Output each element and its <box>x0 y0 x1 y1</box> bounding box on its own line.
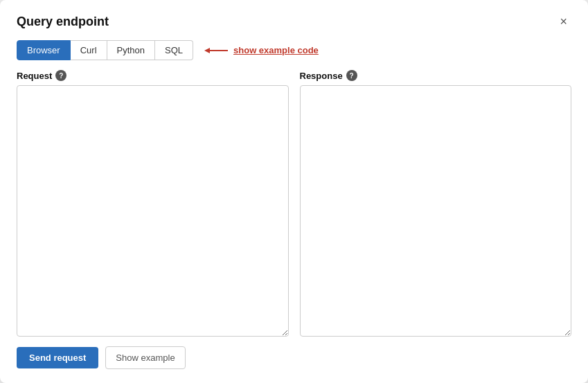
show-example-button[interactable]: Show example <box>105 346 185 369</box>
panels-row: Request ? Response ? <box>17 70 571 337</box>
request-help-icon: ? <box>55 70 66 81</box>
arrow-icon <box>203 45 229 56</box>
response-textarea[interactable] <box>300 85 572 337</box>
modal-footer: Send request Show example <box>17 346 571 369</box>
response-help-icon: ? <box>346 70 357 81</box>
query-endpoint-modal: Query endpoint × Browser Curl Python SQL… <box>0 0 588 383</box>
request-textarea[interactable] <box>17 85 289 337</box>
send-request-button[interactable]: Send request <box>17 347 98 368</box>
tab-curl[interactable]: Curl <box>71 40 107 60</box>
tab-python[interactable]: Python <box>107 40 155 60</box>
modal-overlay: Query endpoint × Browser Curl Python SQL… <box>0 0 588 383</box>
request-label: Request ? <box>17 70 289 81</box>
response-panel: Response ? <box>300 70 572 337</box>
close-button[interactable]: × <box>555 14 571 29</box>
modal-header: Query endpoint × <box>17 14 571 29</box>
tab-sql[interactable]: SQL <box>155 40 193 60</box>
show-example-annotation: show example code <box>203 45 319 56</box>
request-panel: Request ? <box>17 70 289 337</box>
response-label: Response ? <box>300 70 572 81</box>
svg-marker-1 <box>204 48 210 53</box>
tab-browser[interactable]: Browser <box>17 40 71 60</box>
modal-title: Query endpoint <box>17 15 109 29</box>
tabs-row: Browser Curl Python SQL show example cod… <box>17 40 571 60</box>
show-example-code-label[interactable]: show example code <box>233 45 319 55</box>
